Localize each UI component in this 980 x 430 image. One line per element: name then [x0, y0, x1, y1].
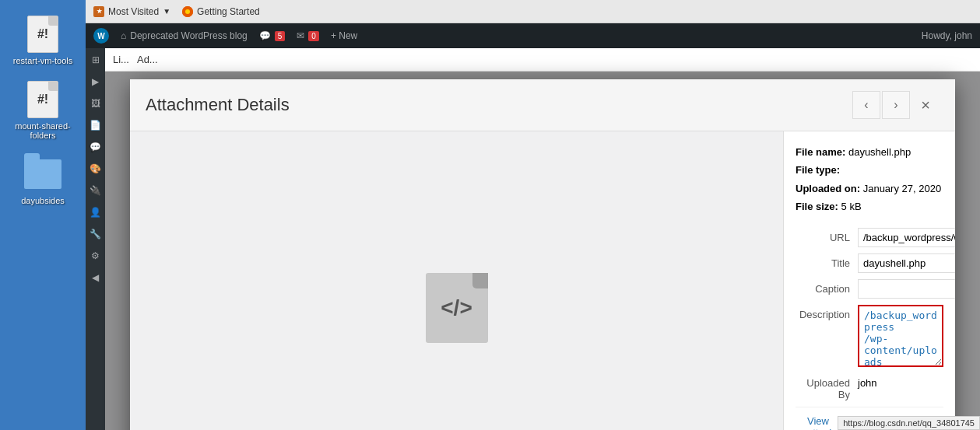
firefox-favicon-icon	[182, 6, 193, 17]
home-icon: ⌂	[121, 30, 126, 41]
desktop-icon-restart[interactable]: #! restart-vm-tools	[8, 16, 78, 65]
sidebar-icon-dashboard[interactable]: ⊞	[88, 52, 104, 68]
uploaded-by-value: john	[858, 373, 877, 389]
file-type-row: File type:	[796, 161, 943, 179]
desktop-icon-folder[interactable]: dayubsides	[8, 156, 78, 205]
description-textarea[interactable]: <span class="description-text-selected">…	[858, 305, 943, 367]
caption-label: Caption	[796, 279, 858, 295]
library-bar: Li... Ad...	[105, 48, 980, 72]
modal-next-button[interactable]: ›	[882, 91, 910, 119]
uploaded-on-value: January 27, 2020	[863, 183, 941, 194]
desktop-icon-label: dayubsides	[21, 196, 65, 205]
description-label: Description	[796, 305, 858, 320]
file-metadata: File name: dayushell.php File type: Uplo…	[796, 143, 943, 216]
file-details-panel: File name: dayushell.php File type: Uplo…	[784, 131, 955, 430]
caption-row: Caption	[796, 279, 943, 299]
wp-site-link[interactable]: ⌂ Deprecated WordPress blog	[121, 30, 248, 41]
file-name-row: File name: dayushell.php	[796, 143, 943, 161]
title-row: Title	[796, 253, 943, 273]
sidebar-icon-settings[interactable]: ⚙	[88, 248, 104, 264]
file-size-row: File size: 5 kB	[796, 198, 943, 215]
main-content-area: Li... Ad... Attachment Details ‹ › × </>	[105, 48, 980, 430]
description-row: Description <span class="description-tex…	[796, 305, 943, 367]
modal-prev-button[interactable]: ‹	[852, 91, 880, 119]
url-hint-bar: https://blog.csdn.net/qq_34801745	[838, 416, 980, 430]
file-name-label: File name:	[796, 146, 845, 158]
modal-overlay: Attachment Details ‹ › × </>	[105, 72, 980, 430]
file-size-label: File size:	[796, 201, 838, 212]
file-preview-panel: </>	[130, 131, 784, 430]
file-size-value: 5 kB	[841, 201, 862, 212]
sidebar-icon-pages[interactable]: 📄	[88, 117, 104, 133]
uploaded-on-label: Uploaded on:	[796, 183, 860, 194]
sidebar-icon-tools[interactable]: 🔧	[88, 226, 104, 242]
modal-close-button[interactable]: ×	[912, 91, 940, 119]
uploaded-by-label: Uploaded By	[796, 373, 858, 400]
modal-title: Attachment Details	[146, 95, 290, 115]
desktop: #! restart-vm-tools #! mount-shared-fold…	[0, 0, 86, 430]
wp-new-button[interactable]: + New	[331, 30, 357, 41]
desktop-icon-label: restart-vm-tools	[13, 56, 72, 65]
sidebar-icon-users[interactable]: 👤	[88, 205, 104, 220]
desktop-icon-label: mount-shared-folders	[8, 121, 78, 140]
wp-logo[interactable]: W	[93, 28, 109, 44]
attachment-details-modal: Attachment Details ‹ › × </>	[130, 79, 955, 430]
tab-getting-started[interactable]: Getting Started	[182, 6, 260, 17]
caption-input[interactable]	[858, 279, 955, 299]
tab-most-visited[interactable]: ★ Most Visited ▼	[93, 6, 170, 17]
wp-admin-bar: W ⌂ Deprecated WordPress blog 💬 5 ✉ 0 + …	[86, 23, 980, 48]
modal-header: Attachment Details ‹ › ×	[130, 79, 955, 131]
file-name-value: dayushell.php	[848, 146, 911, 158]
uploaded-on-row: Uploaded on: January 27, 2020	[796, 180, 943, 198]
sidebar-icon-comments[interactable]: 💬	[88, 139, 104, 155]
sidebar-icon-arrow[interactable]: ▶	[88, 74, 104, 89]
sidebar-icon-back[interactable]: ◀	[88, 270, 104, 285]
bookmark-favicon-icon: ★	[93, 6, 104, 17]
modal-navigation: ‹ › ×	[852, 91, 940, 119]
howdy-text: Howdy, john	[922, 30, 972, 41]
wp-sidebar: ⊞ ▶ 🖼 📄 💬 🎨 🔌 👤 🔧 ⚙ ◀	[86, 48, 105, 430]
wp-comments-count[interactable]: ✉ 0	[297, 30, 319, 41]
url-row: URL	[796, 228, 943, 247]
uploaded-by-row: Uploaded By john	[796, 373, 943, 400]
chat-icon: ✉	[297, 30, 304, 41]
file-preview-icon: </>	[426, 273, 488, 343]
desktop-icon-mount[interactable]: #! mount-shared-folders	[8, 81, 78, 140]
browser-chrome: ★ Most Visited ▼ Getting Started	[86, 0, 980, 23]
svg-point-1	[185, 9, 190, 14]
sidebar-icon-appearance[interactable]: 🎨	[88, 161, 104, 177]
modal-body: </> File name: dayushell.php File type:	[130, 131, 955, 430]
url-label: URL	[796, 228, 858, 243]
wp-comments-link[interactable]: 💬 5	[259, 30, 286, 41]
code-icon: </>	[441, 295, 472, 320]
file-type-label: File type:	[796, 164, 840, 176]
comment-icon: 💬	[259, 30, 271, 41]
sidebar-icon-media[interactable]: 🖼	[88, 96, 104, 111]
url-input[interactable]	[858, 228, 955, 247]
title-label: Title	[796, 253, 858, 269]
title-input[interactable]	[858, 253, 955, 273]
sidebar-icon-plugins[interactable]: 🔌	[88, 183, 104, 198]
